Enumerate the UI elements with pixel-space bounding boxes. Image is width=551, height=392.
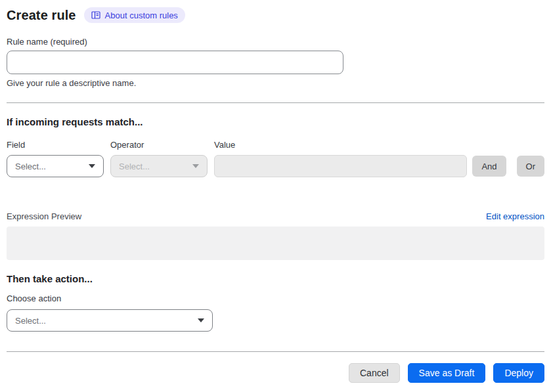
page-title: Create rule <box>7 8 76 23</box>
expression-preview-row: Expression Preview Edit expression <box>7 211 544 221</box>
field-select-value: Select... <box>15 162 46 171</box>
or-button[interactable]: Or <box>517 156 544 177</box>
expression-preview-label: Expression Preview <box>7 211 81 221</box>
and-button[interactable]: And <box>472 156 506 177</box>
choose-action-select[interactable]: Select... <box>7 309 213 332</box>
rule-name-helper: Give your rule a descriptive name. <box>7 78 544 89</box>
value-column: Value <box>214 140 467 177</box>
rule-name-input[interactable] <box>7 51 343 74</box>
cancel-button[interactable]: Cancel <box>349 363 400 383</box>
choose-action-label: Choose action <box>7 294 544 304</box>
book-icon <box>91 11 100 20</box>
footer-actions: Cancel Save as Draft Deploy <box>7 363 544 383</box>
about-custom-rules-badge[interactable]: About custom rules <box>84 7 185 23</box>
match-condition-row: Field Select... Operator Select... Value… <box>7 140 544 177</box>
save-as-draft-button[interactable]: Save as Draft <box>408 363 486 383</box>
chevron-down-icon <box>198 318 204 322</box>
choose-action-select-value: Select... <box>15 316 46 326</box>
chevron-down-icon <box>89 164 95 168</box>
expression-preview-box <box>7 227 544 260</box>
field-label: Field <box>7 140 104 150</box>
edit-expression-link[interactable]: Edit expression <box>486 211 544 221</box>
rule-name-label: Rule name (required) <box>7 37 544 47</box>
divider <box>7 351 544 352</box>
action-section-heading: Then take action... <box>7 272 544 285</box>
divider <box>7 102 544 103</box>
field-column: Field Select... <box>7 140 104 177</box>
value-input[interactable] <box>214 155 467 177</box>
page-header: Create rule About custom rules <box>7 7 544 24</box>
operator-select[interactable]: Select... <box>110 155 208 177</box>
operator-select-value: Select... <box>119 162 150 171</box>
value-label: Value <box>214 140 467 150</box>
operator-label: Operator <box>110 140 208 150</box>
field-select[interactable]: Select... <box>7 155 104 177</box>
match-section-heading: If incoming requests match... <box>7 116 544 128</box>
operator-column: Operator Select... <box>110 140 208 177</box>
deploy-button[interactable]: Deploy <box>493 363 544 383</box>
chevron-down-icon <box>192 164 199 168</box>
conjunction-buttons: And Or <box>472 156 544 177</box>
badge-label: About custom rules <box>105 11 178 20</box>
create-rule-form: Create rule About custom rules Rule name… <box>0 0 551 392</box>
